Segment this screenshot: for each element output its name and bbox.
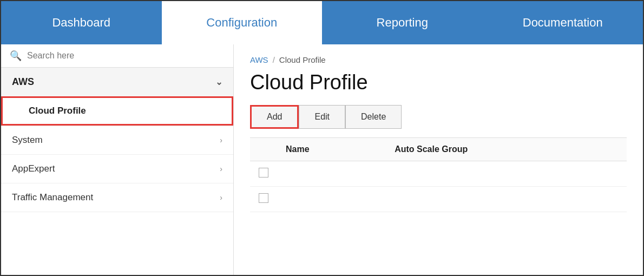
sidebar-item-appexpert[interactable]: AppExpert › — [1, 155, 233, 183]
table-header-auto-scale-group: Auto Scale Group — [386, 138, 627, 161]
table-header-checkbox — [250, 138, 277, 161]
sidebar-section-aws: AWS ⌄ Cloud Profile — [1, 68, 233, 126]
table-cell-checkbox-2 — [250, 187, 277, 212]
action-bar: Add Edit Delete — [250, 105, 627, 129]
breadcrumb-current: Cloud Profile — [279, 55, 326, 64]
sidebar-item-system[interactable]: System › — [1, 126, 233, 155]
delete-button[interactable]: Delete — [345, 105, 402, 129]
search-icon: 🔍 — [10, 50, 22, 62]
sidebar-item-cloud-profile[interactable]: Cloud Profile — [1, 96, 233, 126]
sidebar: 🔍 AWS ⌄ Cloud Profile System › — [1, 44, 234, 276]
add-button[interactable]: Add — [250, 105, 299, 129]
row-checkbox[interactable] — [259, 168, 268, 178]
sidebar-item-traffic-management[interactable]: Traffic Management › — [1, 183, 233, 212]
table-row-2 — [250, 187, 627, 212]
top-nav: Dashboard Configuration Reporting Docume… — [1, 1, 643, 44]
sidebar-item-traffic-label: Traffic Management — [12, 192, 93, 203]
sidebar-item-system-label: System — [12, 135, 43, 146]
nav-item-reporting[interactable]: Reporting — [322, 1, 483, 44]
table-cell-name — [277, 161, 386, 187]
chevron-right-icon-2: › — [220, 165, 222, 173]
breadcrumb: AWS / Cloud Profile — [250, 55, 627, 64]
nav-item-dashboard[interactable]: Dashboard — [1, 1, 162, 44]
sidebar-section-label-aws: AWS — [12, 76, 34, 88]
breadcrumb-link-aws[interactable]: AWS — [250, 55, 268, 64]
chevron-right-icon: › — [220, 136, 222, 144]
table-cell-auto-scale-group-2 — [386, 187, 627, 212]
nav-item-configuration[interactable]: Configuration — [162, 1, 323, 44]
sidebar-nav: AWS ⌄ Cloud Profile System › AppExpert › — [1, 68, 233, 276]
table-header-name: Name — [277, 138, 386, 161]
sidebar-section-header-aws[interactable]: AWS ⌄ — [1, 68, 233, 96]
row-checkbox-2[interactable] — [259, 193, 268, 203]
sidebar-item-appexpert-label: AppExpert — [12, 163, 55, 174]
table-row — [250, 161, 627, 187]
data-table: Name Auto Scale Group — [250, 137, 627, 212]
edit-button[interactable]: Edit — [299, 105, 345, 129]
breadcrumb-separator: / — [273, 55, 275, 64]
content-area: AWS / Cloud Profile Cloud Profile Add Ed… — [234, 44, 643, 276]
search-bar: 🔍 — [1, 44, 233, 68]
table-header-row: Name Auto Scale Group — [250, 138, 627, 161]
table-cell-checkbox — [250, 161, 277, 187]
table-cell-name-2 — [277, 187, 386, 212]
chevron-right-icon-3: › — [220, 193, 222, 202]
table-cell-auto-scale-group — [386, 161, 627, 187]
nav-item-documentation[interactable]: Documentation — [483, 1, 643, 44]
page-title: Cloud Profile — [250, 71, 627, 94]
search-input[interactable] — [27, 51, 225, 61]
chevron-down-icon: ⌄ — [215, 77, 222, 87]
main-layout: 🔍 AWS ⌄ Cloud Profile System › — [1, 44, 643, 276]
